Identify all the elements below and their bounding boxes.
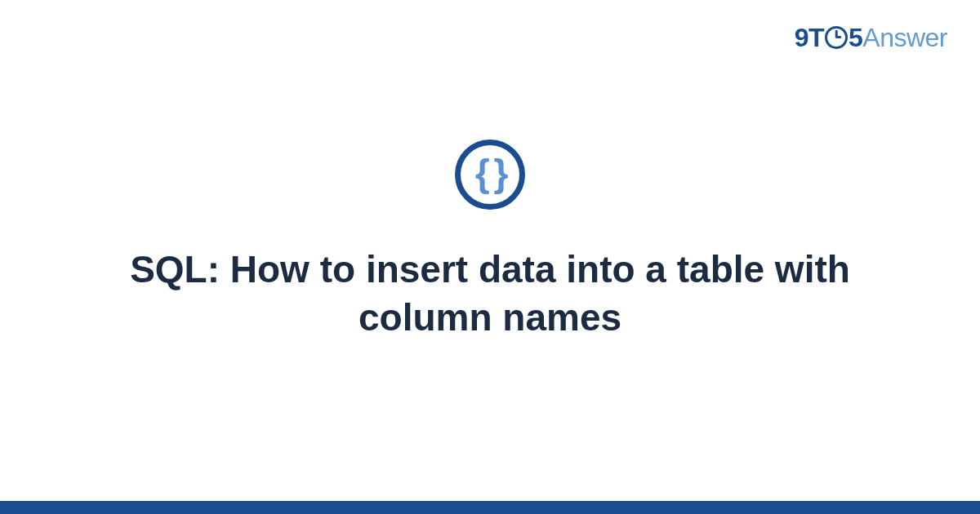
main-content: { } SQL: How to insert data into a table…	[0, 0, 980, 514]
footer-accent-bar	[0, 501, 980, 514]
page-title: SQL: How to insert data into a table wit…	[122, 246, 858, 342]
category-badge: { }	[455, 140, 525, 210]
braces-icon: { }	[475, 154, 506, 192]
